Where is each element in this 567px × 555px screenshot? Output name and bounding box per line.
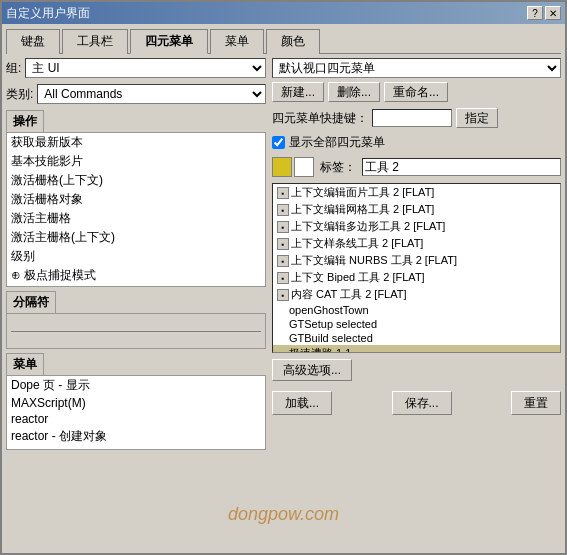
- operations-title: 操作: [6, 110, 44, 132]
- separator-section: 分隔符: [6, 291, 266, 349]
- group-select[interactable]: 主 UI: [25, 58, 266, 78]
- title-bar: 自定义用户界面 ? ✕: [2, 2, 565, 24]
- quad-item-icon: ▪: [277, 204, 289, 216]
- tab-keyboard[interactable]: 键盘: [6, 29, 60, 54]
- assign-button[interactable]: 指定: [456, 108, 498, 128]
- quad-list-item[interactable]: ▪内容 CAT 工具 2 [FLAT]: [273, 286, 560, 303]
- group-row: 组: 主 UI: [6, 58, 266, 78]
- save-button[interactable]: 保存...: [392, 391, 452, 415]
- quad-list-item-selected[interactable]: 极速遭路 1.1: [273, 345, 560, 353]
- ops-title-row: 操作: [6, 110, 266, 132]
- separator-title: 分隔符: [6, 291, 56, 313]
- right-panel: 默认视口四元菜单 新建... 删除... 重命名... 四元菜单快捷键： 指定: [272, 58, 561, 549]
- menu-list-item[interactable]: 工具: [7, 446, 265, 450]
- quad-item-icon: ▪: [277, 187, 289, 199]
- quad-list-item[interactable]: GTSetup selected: [273, 317, 560, 331]
- quad-list-item[interactable]: ▪上下文编辑 NURBS 工具 2 [FLAT]: [273, 252, 560, 269]
- close-button[interactable]: ✕: [545, 6, 561, 20]
- color-blocks: [272, 157, 314, 177]
- category-select[interactable]: All Commands: [37, 84, 266, 104]
- show-all-label: 显示全部四元菜单: [289, 134, 385, 151]
- color-block-yellow[interactable]: [272, 157, 292, 177]
- list-item[interactable]: 获取最新版本: [7, 133, 265, 152]
- list-item[interactable]: 级别: [7, 247, 265, 266]
- window-content: 键盘 工具栏 四元菜单 菜单 颜色 组: 主 UI 类别:: [2, 24, 565, 553]
- tab-color[interactable]: 颜色: [266, 29, 320, 54]
- load-button[interactable]: 加载...: [272, 391, 332, 415]
- list-item[interactable]: 激活栅格(上下文): [7, 171, 265, 190]
- left-panel: 组: 主 UI 类别: All Commands 操作: [6, 58, 266, 549]
- list-item[interactable]: 激活主栅格: [7, 209, 265, 228]
- advanced-row: 高级选项...: [272, 359, 561, 381]
- quad-item-icon: ▪: [277, 289, 289, 301]
- quad-action-buttons: 新建... 删除... 重命名...: [272, 82, 561, 102]
- menu-list-item[interactable]: reactor: [7, 411, 265, 427]
- separator-display: [6, 313, 266, 349]
- list-item[interactable]: 基本技能影片: [7, 152, 265, 171]
- category-label: 类别:: [6, 86, 33, 103]
- tab-toolbar[interactable]: 工具栏: [62, 29, 128, 54]
- quad-menu-select[interactable]: 默认视口四元菜单: [272, 58, 561, 78]
- separator-line: [11, 331, 261, 332]
- menu-title-row: 菜单: [6, 353, 266, 375]
- tab-bar: 键盘 工具栏 四元菜单 菜单 颜色: [6, 28, 561, 54]
- quad-list-item[interactable]: ▪上下文编辑面片工具 2 [FLAT]: [273, 184, 560, 201]
- show-all-row: 显示全部四元菜单: [272, 134, 561, 151]
- list-item[interactable]: 极速遭路 1.1: [7, 285, 265, 287]
- list-item[interactable]: 激活主栅格(上下文): [7, 228, 265, 247]
- tag-label: 标签：: [320, 159, 356, 176]
- menu-list-item[interactable]: MAXScript(M): [7, 395, 265, 411]
- menu-list-item[interactable]: reactor - 创建对象: [7, 427, 265, 446]
- main-area: 组: 主 UI 类别: All Commands 操作: [6, 58, 561, 549]
- menu-section: 菜单 Dope 页 - 显示 MAXScript(M) reactor reac…: [6, 353, 266, 450]
- quad-item-icon: ▪: [277, 255, 289, 267]
- quad-list-item[interactable]: openGhostTown: [273, 303, 560, 317]
- quad-items-list[interactable]: ▪上下文编辑面片工具 2 [FLAT] ▪上下文编辑网格工具 2 [FLAT] …: [272, 183, 561, 353]
- quad-item-icon: ▪: [277, 221, 289, 233]
- quad-dropdown-row: 默认视口四元菜单: [272, 58, 561, 78]
- delete-button[interactable]: 删除...: [328, 82, 380, 102]
- shortcut-input[interactable]: [372, 109, 452, 127]
- bottom-buttons: 加载... 保存... 重置: [272, 391, 561, 415]
- quad-list-item[interactable]: ▪上下文编辑多边形工具 2 [FLAT]: [273, 218, 560, 235]
- tab-quad-menu[interactable]: 四元菜单: [130, 29, 208, 54]
- menu-list-item[interactable]: Dope 页 - 显示: [7, 376, 265, 395]
- main-window: 自定义用户界面 ? ✕ 键盘 工具栏 四元菜单 菜单 颜色 组: 主 UI: [0, 0, 567, 555]
- group-label: 组:: [6, 60, 21, 77]
- operations-section: 操作 获取最新版本 基本技能影片 激活栅格(上下文) 激活栅格对象 激活主栅格 …: [6, 110, 266, 287]
- quad-list-item[interactable]: GTBuild selected: [273, 331, 560, 345]
- menu-list[interactable]: Dope 页 - 显示 MAXScript(M) reactor reactor…: [6, 375, 266, 450]
- sep-title-row: 分隔符: [6, 291, 266, 313]
- title-bar-buttons: ? ✕: [527, 6, 561, 20]
- reset-button[interactable]: 重置: [511, 391, 561, 415]
- show-all-checkbox[interactable]: [272, 136, 285, 149]
- quad-list-item[interactable]: ▪上下文样条线工具 2 [FLAT]: [273, 235, 560, 252]
- quad-list-item[interactable]: ▪上下文编辑网格工具 2 [FLAT]: [273, 201, 560, 218]
- list-item[interactable]: ⊕ 极点捕捉模式: [7, 266, 265, 285]
- window-title: 自定义用户界面: [6, 5, 90, 22]
- quad-item-icon: ▪: [277, 272, 289, 284]
- tab-menu[interactable]: 菜单: [210, 29, 264, 54]
- new-button[interactable]: 新建...: [272, 82, 324, 102]
- shortcut-row: 四元菜单快捷键： 指定: [272, 108, 561, 128]
- shortcut-label: 四元菜单快捷键：: [272, 110, 368, 127]
- color-block-white[interactable]: [294, 157, 314, 177]
- category-row: 类别: All Commands: [6, 84, 266, 104]
- quad-list-item[interactable]: ▪上下文 Biped 工具 2 [FLAT]: [273, 269, 560, 286]
- tag-input[interactable]: [362, 158, 561, 176]
- quad-item-icon: ▪: [277, 238, 289, 250]
- advanced-button[interactable]: 高级选项...: [272, 359, 352, 381]
- menu-title: 菜单: [6, 353, 44, 375]
- operations-list[interactable]: 获取最新版本 基本技能影片 激活栅格(上下文) 激活栅格对象 激活主栅格 激活主…: [6, 132, 266, 287]
- color-tag-row: 标签：: [272, 157, 561, 177]
- rename-button[interactable]: 重命名...: [384, 82, 448, 102]
- list-item[interactable]: 激活栅格对象: [7, 190, 265, 209]
- help-button[interactable]: ?: [527, 6, 543, 20]
